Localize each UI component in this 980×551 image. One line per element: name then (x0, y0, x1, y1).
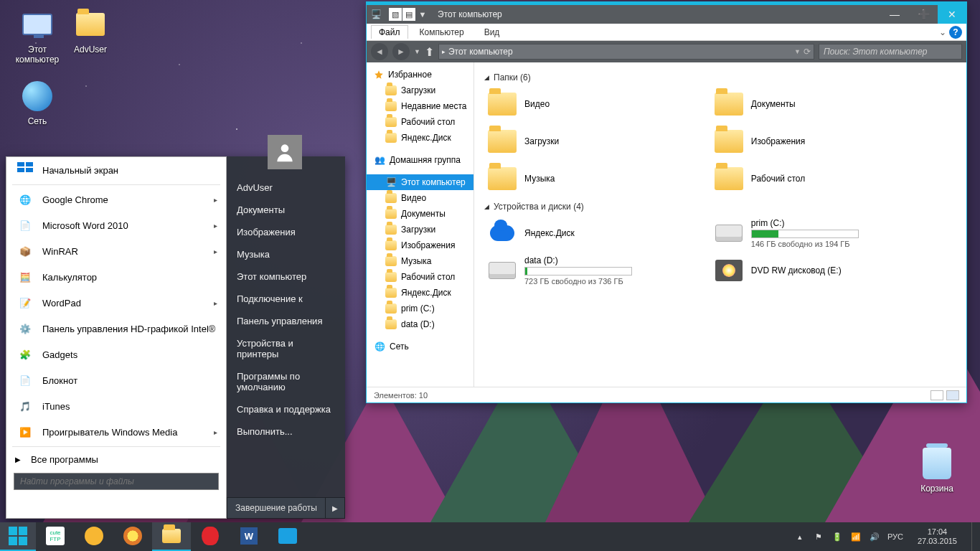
app-item[interactable]: 🌐 Google Chrome ▸ (6, 187, 226, 212)
right-item[interactable]: Программы по умолчанию (227, 365, 345, 398)
folder-item[interactable]: Рабочий стол (711, 160, 938, 197)
nav-item[interactable]: Документы (367, 206, 473, 222)
history-dropdown[interactable]: ▼ (414, 48, 420, 55)
minimize-button[interactable]: — (880, 5, 909, 24)
taskbar-app2[interactable] (268, 522, 307, 551)
nav-item[interactable]: Видео (367, 190, 473, 206)
tray-expand-icon[interactable]: ▴ (794, 531, 806, 542)
nav-item[interactable]: Загрузки (367, 222, 473, 237)
title-bar[interactable]: 🖥️ ▧ ▤ ▼ Этот компьютер — ➕ ✕ (367, 5, 966, 24)
right-item[interactable]: Устройства и принтеры (227, 332, 345, 365)
taskbar-explorer[interactable] (152, 522, 191, 551)
shutdown-options[interactable]: ▶ (325, 497, 345, 519)
desktop-icon-computer[interactable]: Этот компьютер (9, 7, 66, 65)
desktop-icon-network[interactable]: Сеть (9, 79, 66, 126)
forward-button[interactable]: ► (392, 43, 410, 60)
folder-item[interactable]: Музыка (484, 160, 711, 197)
right-item[interactable]: Панель управления (227, 310, 345, 332)
right-item[interactable]: Этот компьютер (227, 265, 345, 288)
taskbar-app[interactable] (75, 522, 113, 551)
dropdown-icon[interactable]: ▼ (794, 48, 801, 55)
volume-icon[interactable]: 🔊 (869, 531, 880, 542)
lang-indicator[interactable]: РУС (887, 532, 903, 541)
shutdown-button[interactable]: Завершение работы (227, 497, 325, 519)
start-screen-item[interactable]: Начальный экран (6, 157, 226, 183)
right-item[interactable]: Музыка (227, 243, 345, 265)
back-button[interactable]: ◄ (371, 43, 388, 60)
app-item[interactable]: ⚙️ Панель управления HD-графикой Intel® (6, 316, 226, 342)
folder-item[interactable]: Видео (484, 85, 711, 123)
nav-item[interactable]: Яндекс.Диск (367, 285, 473, 301)
nav-item[interactable]: data (D:) (367, 316, 473, 332)
help-button[interactable]: ? (949, 26, 962, 39)
clock[interactable]: 17:04 27.03.2015 (910, 527, 964, 546)
nav-item[interactable]: prim (C:) (367, 301, 473, 316)
app-item[interactable]: 🎵 iTunes (6, 393, 226, 419)
right-item[interactable]: Изображения (227, 221, 345, 243)
nav-item[interactable]: Рабочий стол (367, 269, 473, 285)
drive-yadisk[interactable]: Яндекс.Диск (484, 215, 711, 252)
close-button[interactable]: ✕ (938, 5, 966, 24)
folder-item[interactable]: Загрузки (484, 123, 711, 160)
nav-item[interactable]: Рабочий стол (367, 114, 473, 130)
app-item[interactable]: 📄 Microsoft Word 2010 ▸ (6, 212, 226, 238)
app-item[interactable]: 🧮 Калькулятор (6, 264, 226, 290)
section-folders[interactable]: ◢Папки (6) (484, 72, 956, 83)
up-button[interactable]: ⬆ (425, 45, 434, 59)
flag-icon[interactable]: ⚑ (813, 531, 824, 542)
right-item[interactable]: Выполнить... (227, 420, 345, 443)
right-item[interactable]: Подключение к (227, 288, 345, 310)
app-item[interactable]: 📦 WinRAR ▸ (6, 238, 226, 264)
battery-icon[interactable]: 🔋 (831, 531, 843, 542)
search-box[interactable]: Поиск: Этот компьютер (819, 44, 962, 60)
tab-view[interactable]: Вид (476, 26, 509, 39)
tab-file[interactable]: Файл (371, 25, 408, 39)
app-item[interactable]: 📄 Блокнот (6, 367, 226, 393)
desktop-icon-advuser[interactable]: AdvUser (62, 7, 119, 55)
network-icon[interactable]: 📶 (850, 531, 862, 542)
view-large[interactable] (946, 390, 959, 400)
nav-item[interactable]: Яндекс.Диск (367, 130, 473, 146)
app-item[interactable]: ▶️ Проигрыватель Windows Media ▸ (6, 419, 226, 445)
tab-computer[interactable]: Компьютер (411, 26, 473, 39)
taskbar-word[interactable]: W (230, 522, 268, 551)
start-button[interactable] (0, 522, 36, 551)
nav-network[interactable]: 🌐Сеть (367, 338, 473, 355)
drive-c[interactable]: prim (C:) 146 ГБ свободно из 194 ГБ (711, 215, 938, 252)
view-details[interactable] (930, 390, 943, 400)
right-item[interactable]: Документы (227, 199, 345, 221)
nav-item[interactable]: Музыка (367, 253, 473, 269)
nav-item[interactable]: Недавние места (367, 98, 473, 114)
app-item[interactable]: 📝 WordPad ▸ (6, 290, 226, 316)
nav-this-pc[interactable]: 🖥️Этот компьютер (367, 174, 473, 190)
content-pane[interactable]: ◢Папки (6) Видео Документы Загрузки Изоб… (474, 62, 966, 387)
nav-homegroup[interactable]: 👥Домашняя группа (367, 151, 473, 169)
qat-btn[interactable]: ▧ (389, 8, 402, 21)
nav-item[interactable]: Загрузки (367, 83, 473, 98)
app-item[interactable]: 🧩 Gadgets (6, 342, 226, 367)
nav-favorites[interactable]: Избранное (367, 67, 473, 83)
maximize-button[interactable]: ➕ (909, 5, 938, 24)
user-avatar[interactable] (268, 135, 302, 169)
nav-pane[interactable]: Избранное ЗагрузкиНедавние местаРабочий … (367, 62, 474, 387)
drive-d[interactable]: data (D:) 723 ГБ свободно из 736 ГБ (484, 252, 711, 289)
right-item[interactable]: Справка и поддержка (227, 398, 345, 420)
folder-item[interactable]: Документы (711, 85, 938, 123)
drive-dvd[interactable]: DVD RW дисковод (E:) (711, 252, 938, 289)
taskbar-cuteftp[interactable]: cuteFTP (36, 522, 75, 551)
folder-item[interactable]: Изображения (711, 123, 938, 160)
show-desktop[interactable] (971, 522, 977, 551)
all-programs[interactable]: ▶ Все программы (6, 448, 226, 470)
desktop-icon-recycle[interactable]: Корзина (908, 446, 966, 494)
nav-item[interactable]: Изображения (367, 237, 473, 253)
taskbar-opera[interactable] (191, 522, 230, 551)
taskbar-paint[interactable] (113, 522, 152, 551)
qat-btn[interactable]: ▤ (402, 8, 415, 21)
address-bar[interactable]: ▸ Этот компьютер ▼ ⟳ (438, 44, 814, 60)
chevron-down-icon[interactable]: ⌄ (939, 27, 946, 37)
right-item-user[interactable]: AdvUser (227, 176, 345, 199)
qat-btn[interactable]: ▼ (416, 8, 429, 21)
refresh-icon[interactable]: ⟳ (804, 47, 811, 57)
search-input[interactable] (14, 473, 219, 490)
section-devices[interactable]: ◢Устройства и диски (4) (484, 202, 956, 212)
